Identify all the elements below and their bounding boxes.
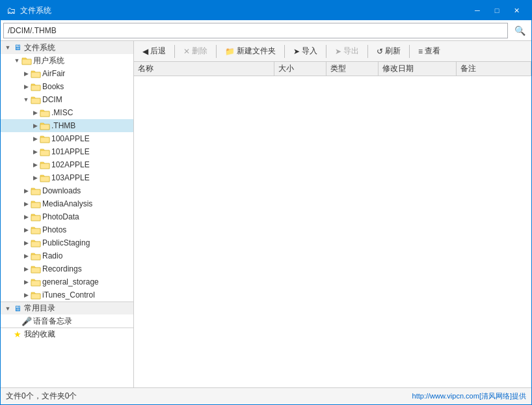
col-header-type[interactable]: 类型 [326,62,379,76]
col-header-name[interactable]: 名称 [134,62,274,76]
view-button[interactable]: ≡ 查看 [414,43,445,60]
expand-icon-recordings[interactable]: ▶ [21,264,31,273]
general-storage-label: general_storage [42,277,99,286]
back-button[interactable]: ◀ 后退 [138,43,170,60]
expand-icon-itunes-control[interactable]: ▶ [21,290,31,300]
sidebar-item-102apple[interactable]: ▶ 102APPLE [1,158,133,171]
col-header-size[interactable]: 大小 [274,62,326,76]
address-input[interactable] [3,23,508,38]
dcim-label: DCIM [42,95,62,104]
export-button[interactable]: ➤ 导出 [330,43,364,60]
main-window: 🗂 文件系统 ─ □ ✕ 🔍 ▼ 🖥 文件系统 ▼ [0,0,532,405]
new-folder-button[interactable]: 📁 新建文件夹 [220,43,280,60]
column-headers: 名称 大小 类型 修改日期 备注 [134,62,531,76]
sidebar-item-user-system[interactable]: ▼ 用户系统 [1,54,133,67]
sidebar-item-itunes-control[interactable]: ▶ iTunes_Control [1,288,133,301]
toolbar-separator-5 [367,45,368,58]
folder-icon-publicstaging [31,238,41,248]
folder-icon-thmb [40,120,50,131]
window-controls: ─ □ ✕ [468,1,526,20]
import-icon: ➤ [293,47,300,56]
sidebar-item-books[interactable]: ▶ Books [1,80,133,93]
import-button[interactable]: ➤ 导入 [289,43,322,60]
file-panel: ◀ 后退 ✕ 删除 📁 新建文件夹 ➤ 导入 [134,41,531,387]
minimize-button[interactable]: ─ [468,1,487,20]
expand-icon-100apple[interactable]: ▶ [31,134,40,143]
expand-icon-mediaanalysis[interactable]: ▶ [21,199,31,208]
expand-icon-photos[interactable]: ▶ [21,225,31,234]
sidebar-item-photodata[interactable]: ▶ PhotoData [1,210,133,223]
computer-icon: 🖥 [12,42,23,53]
expand-icon-publicstaging[interactable]: ▶ [21,238,31,247]
export-icon: ➤ [335,47,341,56]
sidebar-item-100apple[interactable]: ▶ 100APPLE [1,132,133,145]
delete-button[interactable]: ✕ 删除 [179,43,212,60]
sidebar-item-103apple[interactable]: ▶ 103APPLE [1,171,133,184]
folder-icon-100apple [40,133,50,144]
expand-icon-thmb[interactable]: ▶ [31,121,40,130]
sidebar-item-radio[interactable]: ▶ Radio [1,249,133,262]
itunes-control-label: iTunes_Control [42,290,95,300]
expand-icon-103apple[interactable]: ▶ [31,173,40,182]
addressbar: 🔍 [1,20,531,41]
refresh-button[interactable]: ↺ 刷新 [372,43,405,60]
sidebar-item-voice-backup[interactable]: 🎤 语音备忘录 [1,314,133,328]
folder-icon-103apple [40,173,50,183]
expand-icon-radio[interactable]: ▶ [21,251,31,260]
expand-icon-common-dirs[interactable]: ▼ [3,304,12,313]
expand-icon-101apple[interactable]: ▶ [31,147,40,156]
sidebar-item-general-storage[interactable]: ▶ general_storage [1,275,133,288]
folder-icon-itunes-control [31,290,41,300]
col-header-date[interactable]: 修改日期 [379,62,457,76]
expand-icon-downloads[interactable]: ▶ [21,186,31,195]
expand-icon-books[interactable]: ▶ [21,82,31,91]
expand-icon-user-system[interactable]: ▼ [12,56,21,65]
publicstaging-label: PublicStaging [42,238,90,247]
expand-icon-photodata[interactable]: ▶ [21,212,31,221]
back-label: 后退 [150,46,166,57]
sidebar-item-favorites[interactable]: ★ 我的收藏 [1,328,133,341]
radio-label: Radio [42,251,62,260]
delete-icon: ✕ [183,47,190,56]
folder-icon-dcim [31,94,41,105]
favorites-icon: ★ [12,329,23,340]
col-name-label: 名称 [138,63,153,74]
maximize-button[interactable]: □ [487,1,507,20]
sidebar-item-dcim[interactable]: ▼ DCIM [1,93,133,106]
expand-icon-airfair[interactable]: ▶ [21,69,31,78]
sidebar-item-misc[interactable]: ▶ .MISC [1,106,133,119]
expand-icon-misc[interactable]: ▶ [31,108,40,117]
toolbar-separator-3 [284,45,285,58]
sidebar-item-photos[interactable]: ▶ Photos [1,223,133,236]
sidebar-item-recordings[interactable]: ▶ Recordings [1,262,133,275]
sidebar-item-root[interactable]: ▼ 🖥 文件系统 [1,41,133,54]
folder-icon-recordings [31,264,41,274]
toolbar-separator-6 [409,45,410,58]
file-list[interactable] [134,76,531,387]
expand-icon-dcim[interactable]: ▼ [21,95,31,104]
sidebar-item-downloads[interactable]: ▶ Downloads [1,184,133,197]
103apple-label: 103APPLE [51,173,90,182]
col-date-label: 修改日期 [382,63,414,74]
toolbar-separator-4 [326,45,326,58]
expand-icon-root[interactable]: ▼ [3,43,12,52]
sidebar-item-101apple[interactable]: ▶ 101APPLE [1,145,133,158]
sidebar-item-thmb[interactable]: ▶ .THMB [1,119,133,132]
folder-icon-misc [40,107,50,118]
sidebar-item-airfair[interactable]: ▶ AirFair [1,67,133,80]
mediaanalysis-label: MediaAnalysis [42,199,92,208]
folder-icon-general-storage [31,277,41,287]
status-text: 文件0个，文件夹0个 [6,391,77,402]
sidebar-item-common-dirs[interactable]: ▼ 🖥 常用目录 [1,301,133,314]
expand-icon-general-storage[interactable]: ▶ [21,277,31,286]
expand-icon-102apple[interactable]: ▶ [31,160,40,169]
col-header-note[interactable]: 备注 [457,62,531,76]
close-button[interactable]: ✕ [507,1,526,20]
col-note-label: 备注 [460,63,476,74]
sidebar-item-mediaanalysis[interactable]: ▶ MediaAnalysis [1,197,133,210]
folder-icon-mediaanalysis [31,199,41,209]
sidebar-item-publicstaging[interactable]: ▶ PublicStaging [1,236,133,249]
photos-label: Photos [42,225,66,234]
common-dirs-label: 常用目录 [24,303,55,314]
search-button[interactable]: 🔍 [511,21,529,40]
